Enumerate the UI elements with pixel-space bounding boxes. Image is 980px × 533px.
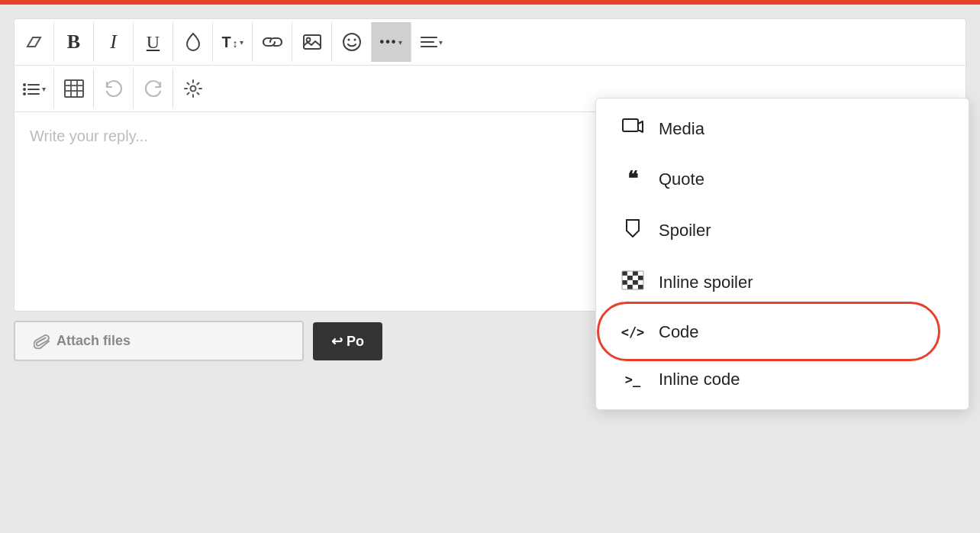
svg-rect-21 [623,119,638,131]
toolbar-row1: B I U T↕ ▾ [15,19,965,66]
attach-files-btn[interactable]: Attach files [14,321,304,361]
settings-btn[interactable] [173,69,213,108]
svg-point-5 [353,39,356,41]
svg-rect-31 [638,276,643,280]
svg-point-3 [343,34,360,50]
svg-rect-29 [627,276,633,280]
inline-spoiler-icon [621,270,645,295]
image-btn[interactable] [292,22,332,62]
spoiler-item[interactable]: Spoiler [596,205,969,257]
quote-icon: ❝ [621,167,645,191]
svg-rect-32 [622,280,627,285]
editor-placeholder: Write your reply... [30,128,148,144]
svg-point-20 [191,86,196,92]
svg-point-13 [23,92,26,95]
align-btn[interactable]: ▾ [411,22,451,62]
svg-rect-38 [633,285,638,289]
link-btn[interactable] [253,22,292,62]
italic-btn[interactable]: I [94,22,134,62]
redo-btn[interactable] [134,69,173,108]
svg-rect-33 [627,280,633,285]
inline-spoiler-item[interactable]: Inline spoiler [596,257,969,308]
svg-rect-24 [622,271,627,276]
post-btn-label: ↩ Po [331,333,364,350]
table-btn[interactable] [54,69,94,108]
more-btn[interactable]: ••• ▾ [372,22,411,62]
list-btn[interactable]: ▾ [15,69,54,108]
svg-rect-37 [627,285,633,289]
code-icon: </> [621,325,645,340]
spoiler-icon [621,218,645,243]
inline-code-label: Inline code [659,370,740,389]
code-label: Code [659,322,699,342]
svg-rect-28 [622,276,627,280]
color-btn[interactable] [173,22,213,62]
svg-rect-25 [627,271,633,276]
inline-code-icon: >_ [621,372,645,387]
attach-files-label: Attach files [56,333,131,349]
svg-rect-15 [65,80,83,97]
svg-rect-39 [638,285,643,289]
quote-label: Quote [659,170,704,189]
emoji-btn[interactable] [332,22,372,62]
media-item[interactable]: Media [596,105,969,153]
media-icon [621,118,645,140]
dropdown-menu: Media ❝ Quote Spoiler [595,98,969,410]
svg-point-9 [23,83,26,86]
media-label: Media [659,119,704,139]
fontsize-btn[interactable]: T↕ ▾ [213,22,253,62]
svg-rect-30 [633,276,638,280]
undo-btn[interactable] [94,69,134,108]
eraser-btn[interactable] [15,22,54,62]
spoiler-label: Spoiler [659,221,711,241]
code-item[interactable]: </> Code [596,308,969,356]
quote-item[interactable]: ❝ Quote [596,153,969,205]
inline-spoiler-label: Inline spoiler [659,273,753,292]
svg-point-11 [23,88,26,91]
underline-btn[interactable]: U [134,22,173,62]
svg-rect-36 [622,285,627,289]
svg-point-4 [347,39,350,41]
top-bar [0,0,980,5]
inline-code-item[interactable]: >_ Inline code [596,356,969,403]
svg-point-2 [306,38,310,42]
bold-btn[interactable]: B [54,22,94,62]
svg-rect-1 [304,35,321,49]
svg-rect-34 [633,280,638,285]
svg-rect-35 [638,280,643,285]
post-btn[interactable]: ↩ Po [313,322,382,360]
svg-rect-26 [633,271,638,276]
svg-rect-27 [638,271,643,276]
